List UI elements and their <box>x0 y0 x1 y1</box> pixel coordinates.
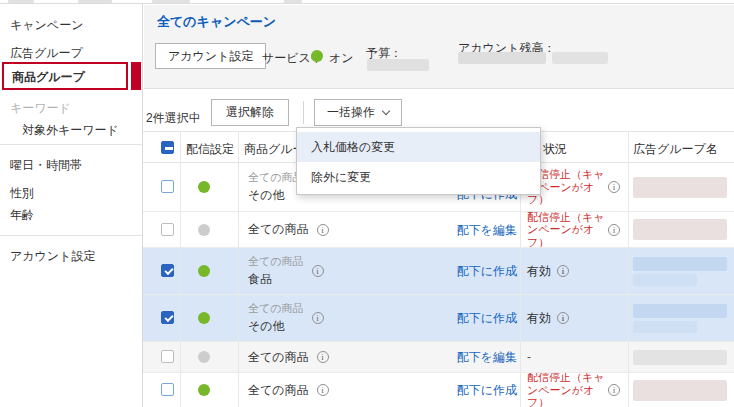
create-under-link[interactable]: 配下に作成 <box>455 263 517 280</box>
ad-group-name-cell <box>633 212 727 247</box>
row-checkbox[interactable] <box>161 223 174 236</box>
table-row[interactable]: 全ての商品 配下に作成 配信停止（キャンペーンがオフ） <box>143 373 734 407</box>
top-edge-fragment <box>78 0 112 3</box>
service-on-dot-icon <box>311 50 323 62</box>
table-row-selected[interactable]: 全ての商品その他 配下に作成 有効 <box>143 295 734 342</box>
info-icon[interactable] <box>312 265 324 277</box>
campaign-header-bar: 全てのキャンペーン アカウント設定 サービス中 オン 予算： アカウント残高： <box>144 5 734 89</box>
status-info-icon[interactable] <box>557 312 569 324</box>
bulk-actions-menu: 入札価格の変更 除外に変更 <box>296 127 541 195</box>
sidebar-item-keyword: キーワード <box>10 100 71 117</box>
sidebar-item-negative-keyword[interactable]: 対象外キーワード <box>22 122 119 139</box>
sidebar-item-product-group[interactable]: 商品グループ <box>2 62 128 90</box>
budget-value-redacted <box>367 59 429 71</box>
breadcrumb-all-campaigns[interactable]: 全てのキャンペーン <box>157 13 276 31</box>
ad-group-name-redacted <box>633 177 727 198</box>
column-header-status: 状況 <box>543 141 567 158</box>
ad-group-name-redacted <box>633 350 727 365</box>
status-cell: - <box>527 342 637 372</box>
info-icon[interactable] <box>317 384 329 396</box>
edit-under-link[interactable]: 配下を編集 <box>455 221 517 238</box>
product-group-cell: 全ての商品 <box>248 373 329 407</box>
ad-group-name-cell <box>633 248 727 294</box>
info-icon[interactable] <box>317 351 329 363</box>
sidebar-divider <box>0 144 143 145</box>
product-group-name: その他 <box>248 318 304 335</box>
bulk-actions-button[interactable]: 一括操作 <box>314 99 402 126</box>
top-edge-fragment <box>8 0 34 3</box>
product-group-cell: 全ての商品その他 <box>248 295 324 341</box>
product-group-name: 全ての商品 <box>248 221 309 238</box>
sidebar-item-product-group-label: 商品グループ <box>12 69 85 86</box>
column-divider <box>628 131 629 407</box>
ad-group-name-cell <box>633 295 727 341</box>
sidebar-item-campaign[interactable]: キャンペーン <box>10 17 83 34</box>
status-text: 有効 <box>527 310 551 327</box>
info-icon[interactable] <box>317 224 329 236</box>
sidebar-item-day-time[interactable]: 曜日・時間帯 <box>10 157 82 174</box>
ad-group-name-redacted <box>633 321 697 333</box>
product-group-cell: 全ての商品食品 <box>248 248 324 294</box>
delivery-on-dot-icon <box>198 312 210 324</box>
account-balance-value-redacted <box>552 52 608 64</box>
column-divider <box>180 131 181 407</box>
product-group-cell: 全ての商品 <box>248 342 329 372</box>
delivery-off-dot-icon <box>198 224 210 236</box>
status-info-icon[interactable] <box>608 224 620 236</box>
status-info-icon[interactable] <box>557 265 569 277</box>
toolbar-divider <box>303 101 304 124</box>
info-icon[interactable] <box>312 312 324 324</box>
status-info-icon[interactable] <box>608 181 620 193</box>
ad-group-name-redacted <box>633 257 727 271</box>
row-checkbox[interactable] <box>161 350 174 363</box>
table-row[interactable]: 全ての商品 配下を編集 配信停止（キャンペーンがオフ） <box>143 212 734 248</box>
selection-count: 2件選択中 <box>146 110 201 127</box>
active-indicator-bar <box>131 62 141 90</box>
status-cell: 配信停止（キャンペーンがオフ） <box>527 373 637 407</box>
ad-group-name-cell <box>633 342 727 372</box>
menu-item-change-bid-price[interactable]: 入札価格の変更 <box>297 132 540 162</box>
sidebar-item-account-settings[interactable]: アカウント設定 <box>10 248 95 265</box>
row-checkbox[interactable] <box>161 383 174 396</box>
create-under-link[interactable]: 配下に作成 <box>455 382 517 399</box>
delivery-off-dot-icon <box>198 351 210 363</box>
ad-group-name-redacted <box>633 219 727 240</box>
status-text: 配信停止（キャンペーンがオフ） <box>527 212 611 248</box>
table-row-selected[interactable]: 全ての商品食品 配下に作成 有効 <box>143 248 734 295</box>
status-cell: 有効 <box>527 248 637 294</box>
column-header-delivery: 配信設定 <box>186 141 234 158</box>
app-screen: キャンペーン 広告グループ 商品グループ キーワード 対象外キーワード 曜日・時… <box>0 0 734 407</box>
product-group-name: 食品 <box>248 271 304 288</box>
status-text: 配信停止（キャンペーンがオフ） <box>527 373 611 407</box>
status-cell: 配信停止（キャンペーンがオフ） <box>527 212 637 247</box>
sidebar-item-ad-group[interactable]: 広告グループ <box>10 45 83 62</box>
status-text: - <box>527 350 531 364</box>
menu-item-change-to-excluded[interactable]: 除外に変更 <box>297 162 540 192</box>
toggle-state-label: オン <box>329 50 354 67</box>
delivery-on-dot-icon <box>198 265 210 277</box>
product-group-parent: 全ての商品 <box>248 301 304 316</box>
sidebar-item-age[interactable]: 年齢 <box>10 207 34 224</box>
sidebar-divider <box>0 235 143 236</box>
ad-group-name-redacted <box>633 304 727 318</box>
status-info-icon[interactable] <box>608 384 620 396</box>
bulk-actions-label: 一括操作 <box>327 105 375 119</box>
create-under-link[interactable]: 配下に作成 <box>455 310 517 327</box>
delivery-on-dot-icon <box>198 384 210 396</box>
status-cell: 有効 <box>527 295 637 341</box>
select-all-checkbox[interactable] <box>161 141 174 154</box>
edit-under-link[interactable]: 配下を編集 <box>455 349 517 366</box>
row-checkbox[interactable] <box>161 180 174 193</box>
top-edge-fragment <box>284 0 302 3</box>
sidebar: キャンペーン 広告グループ 商品グループ キーワード 対象外キーワード 曜日・時… <box>0 4 143 407</box>
delivery-on-dot-icon <box>198 181 210 193</box>
account-settings-button[interactable]: アカウント設定 <box>155 43 266 69</box>
row-checkbox-checked[interactable] <box>161 264 174 277</box>
ad-group-name-redacted <box>633 274 697 286</box>
top-edge-fragment <box>152 0 190 3</box>
sidebar-item-gender[interactable]: 性別 <box>10 185 34 202</box>
column-header-ad-group-name: 広告グループ名 <box>633 141 718 158</box>
row-checkbox-checked[interactable] <box>161 311 174 324</box>
table-row[interactable]: 全ての商品 配下を編集 - <box>143 342 734 373</box>
deselect-button[interactable]: 選択解除 <box>211 99 289 126</box>
